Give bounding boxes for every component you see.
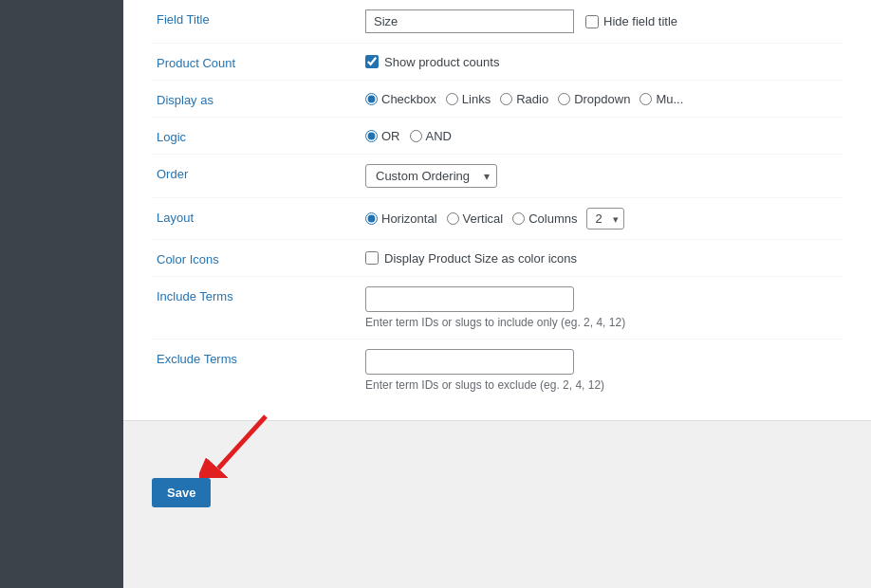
or-option[interactable]: OR <box>365 129 400 143</box>
layout-label: Layout <box>157 211 194 225</box>
vertical-label: Vertical <box>463 211 504 226</box>
columns-radio[interactable] <box>512 212 525 225</box>
color-icons-label: Color Icons <box>157 252 219 266</box>
layout-options: Horizontal Vertical Columns <box>365 208 838 230</box>
dropdown-label: Dropdown <box>574 92 630 106</box>
radio-radio[interactable] <box>500 93 512 105</box>
save-button[interactable]: Save <box>152 478 211 507</box>
horizontal-label: Horizontal <box>381 211 437 226</box>
dropdown-radio[interactable] <box>558 93 570 105</box>
display-as-row: Display as Checkbox Links <box>152 81 843 118</box>
include-terms-label: Include Terms <box>157 289 233 303</box>
and-option[interactable]: AND <box>410 129 452 143</box>
arrow-indicator <box>199 412 294 481</box>
multiselect-option[interactable]: Mu... <box>639 92 683 106</box>
red-arrow-svg <box>199 412 294 478</box>
bottom-bar: Save <box>123 421 871 588</box>
hide-field-title-checkbox[interactable] <box>585 15 599 28</box>
sidebar <box>0 0 123 588</box>
columns-count-wrapper: 2 3 4 <box>586 208 624 230</box>
order-row: Order Custom Ordering Name ID <box>152 155 843 198</box>
and-radio[interactable] <box>410 130 422 142</box>
product-count-option[interactable]: Show product counts <box>365 55 838 69</box>
radio-label: Radio <box>516 92 548 106</box>
horizontal-radio[interactable] <box>365 212 378 225</box>
logic-label: Logic <box>157 130 186 144</box>
color-icons-checkbox[interactable] <box>365 251 379 265</box>
hide-field-title-option[interactable]: Hide field title <box>585 14 677 28</box>
color-icons-row: Color Icons Display Product Size as colo… <box>152 240 843 277</box>
order-label: Order <box>157 167 188 181</box>
links-option[interactable]: Links <box>446 92 491 106</box>
color-icons-checkbox-label: Display Product Size as color icons <box>384 251 577 266</box>
and-label: AND <box>426 129 452 143</box>
order-select[interactable]: Custom Ordering Name ID <box>365 164 497 188</box>
order-select-wrapper: Custom Ordering Name ID <box>365 164 497 188</box>
links-radio[interactable] <box>446 93 458 105</box>
checkbox-option[interactable]: Checkbox <box>365 92 436 106</box>
or-radio[interactable] <box>365 130 378 142</box>
include-terms-input[interactable] <box>365 286 574 312</box>
checkbox-radio[interactable] <box>365 93 378 105</box>
main-content: Field Title Hide field title <box>123 0 871 588</box>
save-button-container: Save <box>152 478 843 507</box>
multiselect-label: Mu... <box>656 92 683 106</box>
vertical-radio[interactable] <box>447 212 459 225</box>
show-product-counts-checkbox[interactable] <box>365 55 379 68</box>
columns-label: Columns <box>528 211 577 226</box>
layout-row: Layout Horizontal Vertical <box>152 198 843 240</box>
exclude-terms-row: Exclude Terms Enter term IDs or slugs to… <box>152 340 843 402</box>
display-as-label: Display as <box>157 93 213 107</box>
color-icons-option[interactable]: Display Product Size as color icons <box>365 251 838 266</box>
logic-row: Logic OR AND <box>152 118 843 155</box>
exclude-terms-help: Enter term IDs or slugs to exclude (eg. … <box>365 378 838 392</box>
product-count-row: Product Count Show product counts <box>152 44 843 81</box>
include-terms-row: Include Terms Enter term IDs or slugs to… <box>152 277 843 340</box>
exclude-terms-label: Exclude Terms <box>157 352 237 366</box>
columns-count-select[interactable]: 2 3 4 <box>586 208 624 230</box>
or-label: OR <box>381 129 400 143</box>
settings-panel: Field Title Hide field title <box>123 0 871 421</box>
display-as-options: Checkbox Links Radio <box>365 92 838 106</box>
columns-option[interactable]: Columns <box>512 211 577 226</box>
form-table: Field Title Hide field title <box>152 0 843 401</box>
include-terms-help: Enter term IDs or slugs to include only … <box>365 316 838 329</box>
show-product-counts-label: Show product counts <box>384 55 499 69</box>
checkbox-label: Checkbox <box>381 92 436 106</box>
multiselect-radio[interactable] <box>639 93 652 105</box>
dropdown-option[interactable]: Dropdown <box>558 92 630 106</box>
svg-line-1 <box>218 416 266 469</box>
hide-field-title-label: Hide field title <box>603 14 677 28</box>
vertical-option[interactable]: Vertical <box>447 211 504 226</box>
logic-options: OR AND <box>365 129 838 143</box>
field-title-label: Field Title <box>157 12 210 27</box>
radio-option[interactable]: Radio <box>500 92 548 106</box>
horizontal-option[interactable]: Horizontal <box>365 211 437 226</box>
product-count-label: Product Count <box>157 56 235 70</box>
field-title-row: Field Title Hide field title <box>152 0 843 44</box>
field-title-input[interactable] <box>365 9 574 33</box>
links-label: Links <box>462 92 491 106</box>
exclude-terms-input[interactable] <box>365 349 574 375</box>
